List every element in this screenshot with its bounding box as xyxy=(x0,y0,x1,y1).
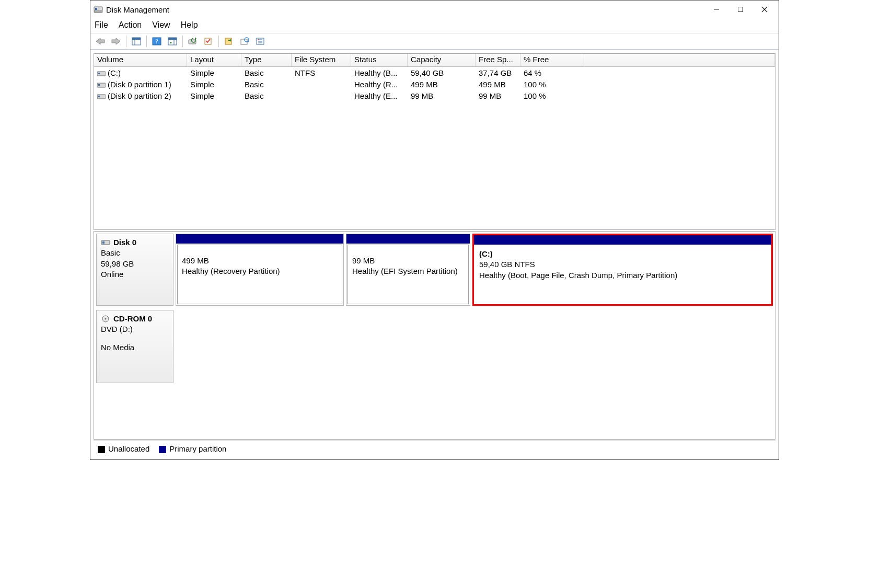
partition-status: Healthy (Boot, Page File, Crash Dump, Pr… xyxy=(479,270,766,281)
swatch-primary xyxy=(159,446,166,453)
partition-label: (C:) xyxy=(479,249,766,259)
volume-row[interactable]: (Disk 0 partition 2)SimpleBasicHealthy (… xyxy=(94,90,775,101)
volume-fs: NTFS xyxy=(292,68,351,77)
col-header-freesp[interactable]: Free Sp... xyxy=(476,54,520,66)
show-hide-action-pane-button[interactable] xyxy=(166,35,179,48)
disk-icon xyxy=(101,239,110,246)
col-header-capacity[interactable]: Capacity xyxy=(408,54,476,66)
create-vhd-button[interactable] xyxy=(222,35,236,48)
col-header-status[interactable]: Status xyxy=(351,54,408,66)
volume-list-header: Volume Layout Type File System Status Ca… xyxy=(94,54,775,67)
partition-color-bar xyxy=(474,235,771,245)
volume-status: Healthy (R... xyxy=(351,80,408,89)
drive-icon xyxy=(97,94,106,100)
menu-view[interactable]: View xyxy=(152,20,170,30)
drive-icon xyxy=(97,71,106,77)
show-hide-console-tree-button[interactable] xyxy=(130,35,143,48)
volume-freesp: 499 MB xyxy=(476,80,520,89)
volume-status: Healthy (B... xyxy=(351,68,408,77)
help-button[interactable]: ? xyxy=(150,35,164,48)
volume-list[interactable]: Volume Layout Type File System Status Ca… xyxy=(94,53,775,230)
volume-pctfree: 100 % xyxy=(520,80,584,89)
volume-freesp: 99 MB xyxy=(476,91,520,100)
volume-name: (Disk 0 partition 2) xyxy=(108,91,171,100)
menu-file[interactable]: File xyxy=(95,20,108,30)
app-icon xyxy=(94,5,103,14)
rescan-disks-button[interactable] xyxy=(202,35,215,48)
disk0-info[interactable]: Disk 0 Basic 59,98 GB Online xyxy=(96,234,173,306)
partition[interactable]: 99 MBHealthy (EFI System Partition) xyxy=(346,234,470,306)
col-header-layout[interactable]: Layout xyxy=(187,54,241,66)
partition[interactable]: 499 MBHealthy (Recovery Partition) xyxy=(176,234,344,306)
volume-row[interactable]: (C:)SimpleBasicNTFSHealthy (B...59,40 GB… xyxy=(94,67,775,78)
close-button[interactable] xyxy=(752,1,777,18)
volume-capacity: 59,40 GB xyxy=(408,68,476,77)
attach-vhd-button[interactable] xyxy=(238,35,251,48)
toolbar-separator xyxy=(182,36,183,47)
swatch-unallocated xyxy=(98,446,105,453)
toolbar-separator xyxy=(126,36,126,47)
menu-action[interactable]: Action xyxy=(119,20,142,30)
volume-type: Basic xyxy=(241,68,292,77)
volume-name: (C:) xyxy=(108,68,121,77)
svg-rect-1 xyxy=(95,8,97,10)
partition-body: 99 MBHealthy (EFI System Partition) xyxy=(347,245,469,304)
volume-pctfree: 100 % xyxy=(520,91,584,100)
window-controls xyxy=(704,1,777,18)
partition-body: 499 MBHealthy (Recovery Partition) xyxy=(177,245,342,304)
svg-rect-21 xyxy=(225,38,231,44)
col-header-type[interactable]: Type xyxy=(241,54,292,66)
maximize-button[interactable] xyxy=(728,1,752,18)
back-button[interactable] xyxy=(94,35,107,48)
svg-rect-10 xyxy=(132,38,141,40)
svg-rect-30 xyxy=(258,39,259,40)
partition-size: 99 MB xyxy=(352,256,464,266)
toolbar-separator xyxy=(218,36,219,47)
partition-size: 499 MB xyxy=(182,256,338,266)
svg-rect-34 xyxy=(98,84,100,86)
col-header-spacer xyxy=(584,54,775,66)
partition-size: 59,40 GB NTFS xyxy=(479,259,766,270)
disk-row-disk0: Disk 0 Basic 59,98 GB Online 499 MBHealt… xyxy=(94,232,775,308)
settings-button[interactable] xyxy=(253,35,267,48)
drive-icon xyxy=(97,82,106,88)
volume-row[interactable]: (Disk 0 partition 1)SimpleBasicHealthy (… xyxy=(94,78,775,90)
volume-type: Basic xyxy=(241,80,292,89)
svg-rect-2 xyxy=(94,11,102,13)
disk0-state: Online xyxy=(101,269,169,280)
minimize-button[interactable] xyxy=(704,1,728,18)
volume-pctfree: 64 % xyxy=(520,68,584,77)
disk0-size: 59,98 GB xyxy=(101,259,169,269)
svg-marker-7 xyxy=(96,38,105,44)
volume-layout: Simple xyxy=(187,68,241,77)
svg-marker-8 xyxy=(112,38,120,44)
cdrom0-info[interactable]: CD-ROM 0 DVD (D:) No Media xyxy=(96,310,173,383)
col-header-fs[interactable]: File System xyxy=(292,54,351,66)
refresh-button[interactable] xyxy=(186,35,200,48)
svg-rect-32 xyxy=(98,73,100,74)
graphical-view: Disk 0 Basic 59,98 GB Online 499 MBHealt… xyxy=(94,231,775,440)
svg-rect-4 xyxy=(738,7,743,12)
menu-help[interactable]: Help xyxy=(181,20,198,30)
col-header-pctfree[interactable]: % Free xyxy=(520,54,584,66)
col-header-volume[interactable]: Volume xyxy=(94,54,187,66)
cdrom-icon xyxy=(101,315,110,323)
disk0-name: Disk 0 xyxy=(113,237,136,248)
forward-button[interactable] xyxy=(109,35,123,48)
legend-unallocated: Unallocated xyxy=(98,444,149,453)
toolbar-separator xyxy=(146,36,147,47)
cdrom0-name: CD-ROM 0 xyxy=(113,314,152,324)
titlebar: Disk Management xyxy=(90,1,779,18)
volume-type: Basic xyxy=(241,91,292,100)
partition[interactable]: (C:)59,40 GB NTFSHealthy (Boot, Page Fil… xyxy=(472,234,773,306)
disk0-type: Basic xyxy=(101,248,169,258)
cdrom0-state: No Media xyxy=(101,342,169,353)
window-title: Disk Management xyxy=(106,5,704,14)
cdrom0-body[interactable] xyxy=(176,310,773,388)
toolbar: ? xyxy=(90,33,779,50)
cdrom0-type: DVD (D:) xyxy=(101,324,169,335)
volume-capacity: 499 MB xyxy=(408,80,476,89)
legend-primary: Primary partition xyxy=(159,444,226,453)
partition-status: Healthy (EFI System Partition) xyxy=(352,266,464,276)
volume-capacity: 99 MB xyxy=(408,91,476,100)
